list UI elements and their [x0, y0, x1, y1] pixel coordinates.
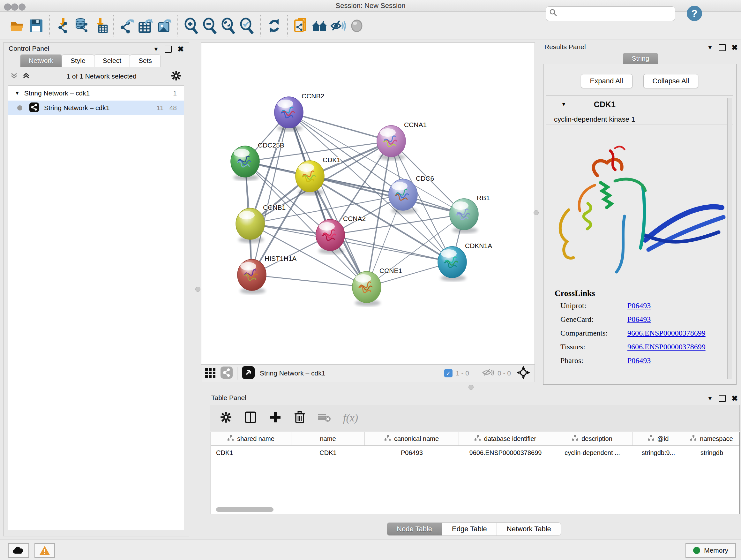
vertical-splitter-handle[interactable] — [195, 287, 200, 292]
column-header-database-identifier[interactable]: database identifier — [459, 432, 552, 445]
cell[interactable]: stringdb — [684, 446, 739, 460]
node-CDKN1A[interactable]: CDKN1A — [438, 242, 492, 281]
cell[interactable]: P06493 — [365, 446, 459, 460]
column-header-description[interactable]: description — [552, 432, 632, 445]
memory-button[interactable]: Memory — [685, 543, 736, 558]
edge-CDK1-RB1[interactable] — [310, 176, 464, 214]
delete-column-icon[interactable] — [294, 411, 306, 425]
cell[interactable]: CDK1 — [211, 446, 291, 460]
show-all-icon[interactable] — [347, 16, 366, 36]
cell[interactable]: cyclin-dependent ... — [552, 446, 632, 460]
crosslink-link[interactable]: 9606.ENSP00000378699 — [627, 329, 705, 337]
network-view[interactable]: CCNB2 CCNA1 CDC25B CDK1 CDC6 RB1 CCNB1 C… — [201, 43, 535, 364]
crosshair-icon[interactable] — [517, 366, 530, 381]
panel-close-icon[interactable]: ✖ — [731, 395, 738, 402]
export-image-icon[interactable] — [155, 16, 174, 36]
edge-CCNB2-CCNE1[interactable] — [289, 112, 367, 287]
warning-button[interactable] — [35, 543, 55, 558]
table-gear-icon[interactable] — [220, 411, 232, 425]
node-CCNA2[interactable]: CCNA2 — [316, 215, 366, 254]
column-header-canonical-name[interactable]: canonical name — [365, 432, 459, 445]
panel-float-icon[interactable] — [165, 46, 172, 53]
hidden-eye-icon[interactable] — [482, 367, 494, 379]
results-scrollbar[interactable] — [727, 98, 732, 379]
show-columns-icon[interactable] — [244, 411, 257, 425]
horizontal-splitter-handle[interactable] — [468, 385, 474, 390]
network-row[interactable]: String Network – cdk1 11 48 — [8, 101, 184, 115]
open-session-icon[interactable] — [8, 16, 27, 36]
expand-all-button[interactable]: Expand All — [581, 74, 632, 88]
hide-selected-icon[interactable] — [329, 16, 347, 36]
collapse-caret-icon[interactable]: ▼ — [561, 101, 566, 108]
node-CCNB2[interactable]: CCNB2 — [274, 92, 324, 132]
collapse-all-icon[interactable] — [10, 71, 18, 81]
panel-close-icon[interactable]: ✖ — [178, 45, 184, 53]
import-network-icon[interactable] — [54, 16, 72, 36]
node-table[interactable]: shared namenamecanonical namedatabase id… — [211, 432, 740, 514]
tab-network[interactable]: Network — [20, 54, 62, 67]
panel-menu-icon[interactable]: ▼ — [707, 395, 713, 402]
panel-float-icon[interactable] — [719, 395, 726, 402]
cell[interactable]: CDK1 — [291, 446, 365, 460]
add-column-icon[interactable] — [269, 411, 282, 425]
open-in-window-icon[interactable] — [242, 366, 255, 380]
table-row[interactable]: CDK1CDK1P064939606.ENSP00000378699cyclin… — [211, 446, 739, 460]
string-document-icon[interactable] — [292, 16, 311, 36]
panel-close-icon[interactable]: ✖ — [731, 44, 738, 51]
tab-node-table[interactable]: Node Table — [387, 522, 442, 536]
network-collection-row[interactable]: ▼ String Network – cdk1 1 — [8, 86, 184, 101]
panel-menu-icon[interactable]: ▼ — [153, 46, 159, 53]
edge-HIST1H1A-CCNE1[interactable] — [252, 275, 367, 287]
cloud-button[interactable] — [8, 543, 29, 558]
column-header-namespace[interactable]: namespace — [684, 432, 739, 445]
panel-float-icon[interactable] — [719, 44, 726, 51]
import-table-icon[interactable] — [91, 16, 110, 36]
column-header-name[interactable]: name — [291, 432, 365, 445]
help-button[interactable]: ? — [687, 6, 702, 21]
column-header-@id[interactable]: @id — [632, 432, 684, 445]
refresh-icon[interactable] — [265, 16, 283, 36]
vertical-splitter-handle[interactable] — [534, 210, 539, 215]
crosslink-link[interactable]: 9606.ENSP00000378699 — [627, 343, 705, 351]
share-gray-icon[interactable] — [220, 367, 232, 380]
edge-CCNA1-CCNE1[interactable] — [367, 141, 391, 287]
home-icon[interactable] — [311, 16, 329, 36]
gear-icon[interactable] — [171, 70, 182, 82]
crosslink-link[interactable]: P06493 — [627, 315, 651, 324]
panel-menu-icon[interactable]: ▼ — [707, 44, 713, 51]
table-hscrollbar[interactable] — [216, 507, 273, 512]
expand-all-icon[interactable] — [22, 71, 30, 81]
collapse-all-button[interactable]: Collapse All — [643, 74, 698, 88]
node-CCNA1[interactable]: CCNA1 — [377, 121, 427, 160]
search-box[interactable] — [546, 6, 675, 21]
birdseye-grid-icon[interactable] — [205, 367, 216, 380]
zoom-out-icon[interactable] — [201, 16, 219, 36]
tab-sets[interactable]: Sets — [130, 54, 160, 67]
network-canvas[interactable]: CCNB2 CCNA1 CDC25B CDK1 CDC6 RB1 CCNB1 C… — [201, 43, 535, 364]
node-HIST1H1A[interactable]: HIST1H1A — [238, 255, 296, 294]
crosslink-link[interactable]: P06493 — [627, 356, 651, 365]
zoom-in-icon[interactable] — [182, 16, 201, 36]
tab-select[interactable]: Select — [94, 54, 130, 67]
export-network-icon[interactable] — [118, 16, 137, 36]
collapse-caret-icon[interactable]: ▼ — [15, 90, 20, 96]
selected-checkbox-icon[interactable]: ✓ — [444, 369, 453, 377]
tab-style[interactable]: Style — [62, 54, 94, 67]
search-input[interactable] — [561, 10, 672, 18]
edge-CCNA2-CDKN1A[interactable] — [330, 235, 452, 262]
zoom-selected-icon[interactable] — [238, 16, 256, 36]
tab-network-table[interactable]: Network Table — [497, 522, 561, 536]
export-table-icon[interactable] — [137, 16, 155, 36]
edge-CCNB2-HIST1H1A[interactable] — [252, 112, 289, 275]
node-CDK1[interactable]: CDK1 — [295, 156, 340, 195]
save-session-icon[interactable] — [27, 16, 45, 36]
tab-string[interactable]: String — [623, 53, 658, 64]
import-network-database-icon[interactable] — [72, 16, 91, 36]
crosslink-link[interactable]: P06493 — [627, 301, 651, 310]
tab-edge-table[interactable]: Edge Table — [442, 522, 497, 536]
column-header-shared-name[interactable]: shared name — [211, 432, 291, 445]
cell[interactable]: stringdb:9... — [632, 446, 684, 460]
zoom-fit-icon[interactable] — [219, 16, 238, 36]
cell[interactable]: 9606.ENSP00000378699 — [459, 446, 552, 460]
node-RB1[interactable]: RB1 — [450, 194, 490, 233]
